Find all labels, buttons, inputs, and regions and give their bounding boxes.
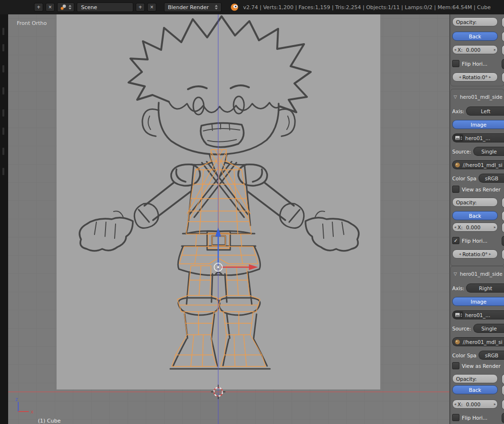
- source-value: Single: [481, 326, 497, 331]
- flip-horizontal-checkbox[interactable]: [452, 414, 459, 421]
- toolshelf-tab[interactable]: [2, 87, 4, 94]
- colorspace-row: Color Spa sRGB: [452, 351, 504, 360]
- source-label: Source:: [452, 326, 471, 331]
- axis-select[interactable]: Left: [466, 106, 504, 116]
- filepath-field[interactable]: //hero01_mdl_si: [452, 160, 504, 169]
- rotation-field[interactable]: ◂ Rotatio:0° ▸: [452, 72, 498, 82]
- rotation-value: Rotatio:0°: [462, 251, 488, 257]
- rotation-field[interactable]: ◂ Rotatio:0° ▸: [452, 249, 498, 259]
- flip-horizontal-row: ✓ Flip Hori...: [452, 236, 498, 245]
- x-value: 0.000: [466, 47, 481, 53]
- scene-unlink-button[interactable]: ×: [147, 3, 156, 12]
- plus-icon: +: [37, 4, 40, 10]
- view-as-render-checkbox[interactable]: [452, 186, 459, 193]
- image-datablock-row: hero01_...: [452, 133, 504, 142]
- image-section-header[interactable]: ▽ hero01_mdl_side: [454, 93, 503, 101]
- toolshelf-tab[interactable]: [2, 109, 4, 117]
- close-icon: ×: [150, 4, 153, 10]
- scene-browse-dropdown[interactable]: [57, 2, 74, 12]
- flip-horizontal-row: Flip Hori...: [452, 413, 498, 422]
- viewport-3d[interactable]: x z Front Ortho (1) Cube: [8, 14, 449, 424]
- colorspace-label: Color Spa: [452, 353, 477, 358]
- expand-triangle-icon[interactable]: ▽: [454, 271, 457, 276]
- cut-widget-fragment: [502, 72, 504, 82]
- opacity-slider-row: Opacity:: [452, 374, 498, 383]
- axis-label: Axis:: [452, 108, 464, 114]
- image-section-header[interactable]: ▽ hero01_mdl_side: [454, 270, 503, 278]
- depth-option-row: Back: [452, 211, 498, 220]
- axis-row: Axis: Left: [452, 106, 504, 116]
- increment-icon[interactable]: ▸: [488, 252, 492, 256]
- filepath-text: //hero01_mdl_si: [463, 339, 503, 345]
- axis-select[interactable]: Right: [466, 283, 504, 293]
- colorspace-select[interactable]: sRGB: [479, 351, 504, 360]
- image-datablock-icon[interactable]: [454, 134, 463, 141]
- back-option-button[interactable]: Back: [452, 385, 498, 394]
- opacity-slider[interactable]: Opacity:: [452, 17, 498, 26]
- decrement-icon[interactable]: ◂: [457, 252, 462, 256]
- image-datablock-selector[interactable]: hero01_...: [452, 310, 504, 319]
- flip-horizontal-checkbox[interactable]: [452, 60, 459, 67]
- back-label: Back: [469, 213, 481, 219]
- image-preview-icon: [454, 339, 461, 345]
- decrement-icon[interactable]: ◂: [453, 225, 457, 229]
- image-button-label: Image: [471, 299, 487, 305]
- screen-add-button[interactable]: +: [34, 3, 43, 12]
- toolshelf-edge[interactable]: [0, 14, 8, 424]
- view-orientation-label: Front Ortho: [17, 20, 47, 26]
- screen-delete-button[interactable]: ×: [46, 3, 55, 12]
- flip-horizontal-checkbox[interactable]: ✓: [452, 237, 459, 244]
- cut-widget-fragment: [502, 413, 504, 423]
- properties-panel[interactable]: Opacity: Back ◂ X: 0.000 ▸ Flip Hori... …: [449, 14, 504, 424]
- scene-add-button[interactable]: +: [136, 3, 145, 12]
- scene-name-field[interactable]: Scene: [77, 2, 133, 12]
- colorspace-value: sRGB: [485, 353, 498, 358]
- flip-horizontal-label: Flip Hori...: [462, 238, 487, 244]
- image-mode-button[interactable]: Image: [452, 297, 504, 306]
- view-as-render-checkbox[interactable]: [452, 362, 459, 369]
- render-engine-dropdown[interactable]: Blender Render: [164, 2, 222, 12]
- rotation-row: ◂ Rotatio:0° ▸: [452, 72, 498, 82]
- back-option-button[interactable]: Back: [452, 32, 498, 41]
- offset-x-field[interactable]: ◂ X: 0.000 ▸: [452, 223, 498, 232]
- expand-triangle-icon[interactable]: ▽: [454, 94, 457, 99]
- section-title: hero01_mdl_side: [460, 94, 503, 100]
- source-select[interactable]: Single: [473, 147, 504, 156]
- increment-icon[interactable]: ▸: [492, 48, 497, 52]
- check-icon: ✓: [454, 238, 457, 243]
- back-label: Back: [469, 34, 481, 39]
- image-datablock-row: hero01_...: [452, 310, 504, 319]
- filepath-field[interactable]: //hero01_mdl_si: [452, 337, 504, 346]
- decrement-icon[interactable]: ◂: [457, 75, 462, 79]
- colorspace-select[interactable]: sRGB: [479, 174, 504, 183]
- back-option-button[interactable]: Back: [452, 211, 498, 220]
- toolshelf-tab[interactable]: [2, 168, 4, 175]
- opacity-slider[interactable]: Opacity:: [452, 198, 498, 207]
- decrement-icon[interactable]: ◂: [453, 48, 457, 52]
- opacity-slider-row: Opacity:: [452, 17, 498, 26]
- toolshelf-tab[interactable]: [2, 65, 4, 72]
- flip-horizontal-row: Flip Hori...: [452, 59, 498, 68]
- image-mode-button[interactable]: Image: [452, 120, 504, 129]
- increment-icon[interactable]: ▸: [488, 75, 492, 79]
- image-button-label: Image: [471, 122, 487, 128]
- increment-icon[interactable]: ▸: [492, 225, 497, 229]
- image-datablock-icon[interactable]: [454, 311, 463, 318]
- offset-x-row: ◂ X: 0.000 ▸: [452, 45, 498, 54]
- source-select[interactable]: Single: [473, 324, 504, 333]
- increment-icon[interactable]: ▸: [492, 402, 497, 406]
- toolshelf-tab[interactable]: [2, 44, 4, 51]
- offset-x-field[interactable]: ◂ X: 0.000 ▸: [452, 45, 498, 54]
- toolshelf-tab[interactable]: [2, 28, 4, 35]
- offset-x-field[interactable]: ◂ X: 0.000 ▸: [452, 400, 498, 409]
- source-row: Source: Single: [452, 147, 504, 156]
- flip-horizontal-label: Flip Hori...: [462, 415, 487, 421]
- x-value: 0.000: [466, 224, 481, 230]
- cut-widget-fragment: [502, 59, 504, 69]
- colorspace-value: sRGB: [485, 176, 498, 181]
- toolshelf-tab[interactable]: [2, 148, 4, 155]
- image-datablock-selector[interactable]: hero01_...: [452, 133, 504, 142]
- toolshelf-tab[interactable]: [2, 128, 4, 135]
- opacity-slider[interactable]: Opacity:: [452, 374, 498, 383]
- decrement-icon[interactable]: ◂: [453, 402, 457, 406]
